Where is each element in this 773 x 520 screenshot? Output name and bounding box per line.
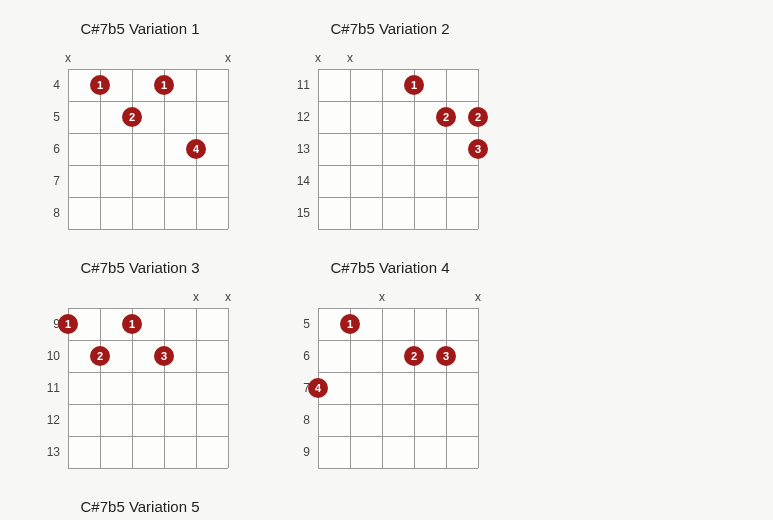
mute-marker: x (225, 51, 231, 65)
mute-row: xx (68, 290, 228, 304)
mute-row: xx (318, 51, 478, 65)
fret-number: 6 (290, 349, 310, 363)
chord-diagram: C#7b5 Variation 3xx9101112131123 (40, 259, 240, 468)
string-line (350, 69, 351, 229)
fret-line (68, 69, 228, 70)
fret-line (318, 340, 478, 341)
fret-line (318, 197, 478, 198)
finger-dot: 1 (340, 314, 360, 334)
fret-number: 13 (290, 142, 310, 156)
mute-marker: x (347, 51, 353, 65)
chord-title: C#7b5 Variation 3 (40, 259, 240, 276)
finger-dot: 1 (58, 314, 78, 334)
fret-number: 5 (40, 110, 60, 124)
fret-line (318, 69, 478, 70)
fret-number: 11 (290, 78, 310, 92)
fret-line (318, 308, 478, 309)
fret-number: 4 (40, 78, 60, 92)
string-line (164, 308, 165, 468)
fretboard: 1234 (318, 308, 478, 468)
finger-dot: 2 (404, 346, 424, 366)
fret-line (68, 101, 228, 102)
fret-number: 9 (290, 445, 310, 459)
finger-dot: 1 (154, 75, 174, 95)
finger-dot: 2 (468, 107, 488, 127)
finger-dot: 4 (308, 378, 328, 398)
string-line (446, 69, 447, 229)
string-line (228, 308, 229, 468)
fret-line (68, 340, 228, 341)
mute-row: xx (68, 51, 228, 65)
fret-line (318, 436, 478, 437)
chord-diagram: C#7b5 Variation 5xx8910111212334 (40, 498, 240, 520)
mute-marker: x (475, 290, 481, 304)
chord-title: C#7b5 Variation 2 (290, 20, 490, 37)
finger-dot: 3 (468, 139, 488, 159)
chord-title: C#7b5 Variation 1 (40, 20, 240, 37)
fret-number: 10 (40, 349, 60, 363)
fretboard-wrap: xx11121314151223 (290, 51, 490, 229)
fret-line (68, 197, 228, 198)
fret-number: 15 (290, 206, 310, 220)
fret-number: 8 (40, 206, 60, 220)
finger-dot: 1 (90, 75, 110, 95)
fret-number: 8 (290, 413, 310, 427)
string-line (196, 308, 197, 468)
fret-line (68, 436, 228, 437)
fret-line (318, 101, 478, 102)
fret-number: 7 (290, 381, 310, 395)
string-line (228, 69, 229, 229)
chord-title: C#7b5 Variation 5 (40, 498, 240, 515)
finger-dot: 3 (436, 346, 456, 366)
fret-line (318, 133, 478, 134)
fretboard-wrap: xx567891234 (290, 290, 490, 468)
fretboard-wrap: xx9101112131123 (40, 290, 240, 468)
mute-marker: x (379, 290, 385, 304)
fret-number: 9 (40, 317, 60, 331)
finger-dot: 2 (436, 107, 456, 127)
fret-number: 7 (40, 174, 60, 188)
fret-number: 14 (290, 174, 310, 188)
chord-diagram: C#7b5 Variation 1xx456781124 (40, 20, 240, 229)
fret-line (318, 404, 478, 405)
string-line (478, 308, 479, 468)
chord-title: C#7b5 Variation 4 (290, 259, 490, 276)
finger-dot: 4 (186, 139, 206, 159)
string-line (68, 69, 69, 229)
fretboard-wrap: xx456781124 (40, 51, 240, 229)
string-line (414, 308, 415, 468)
fret-line (318, 229, 478, 230)
fret-line (68, 372, 228, 373)
fret-line (68, 229, 228, 230)
mute-marker: x (225, 290, 231, 304)
string-line (100, 308, 101, 468)
fret-number: 12 (40, 413, 60, 427)
fret-line (318, 372, 478, 373)
string-line (132, 69, 133, 229)
string-line (382, 69, 383, 229)
string-line (318, 69, 319, 229)
fret-number: 5 (290, 317, 310, 331)
chord-grid: C#7b5 Variation 1xx456781124C#7b5 Variat… (40, 20, 733, 520)
fret-line (68, 468, 228, 469)
fret-line (68, 133, 228, 134)
fretboard: 1223 (318, 69, 478, 229)
fret-number: 13 (40, 445, 60, 459)
mute-marker: x (315, 51, 321, 65)
fret-line (68, 165, 228, 166)
fret-line (318, 468, 478, 469)
finger-dot: 2 (90, 346, 110, 366)
finger-dot: 1 (404, 75, 424, 95)
mute-row: xx (318, 290, 478, 304)
string-line (446, 308, 447, 468)
finger-dot: 1 (122, 314, 142, 334)
fret-number: 11 (40, 381, 60, 395)
fret-line (318, 165, 478, 166)
fret-line (68, 308, 228, 309)
string-line (382, 308, 383, 468)
fretboard: 1123 (68, 308, 228, 468)
chord-diagram: C#7b5 Variation 4xx567891234 (290, 259, 490, 468)
finger-dot: 3 (154, 346, 174, 366)
fret-number: 12 (290, 110, 310, 124)
fret-line (68, 404, 228, 405)
